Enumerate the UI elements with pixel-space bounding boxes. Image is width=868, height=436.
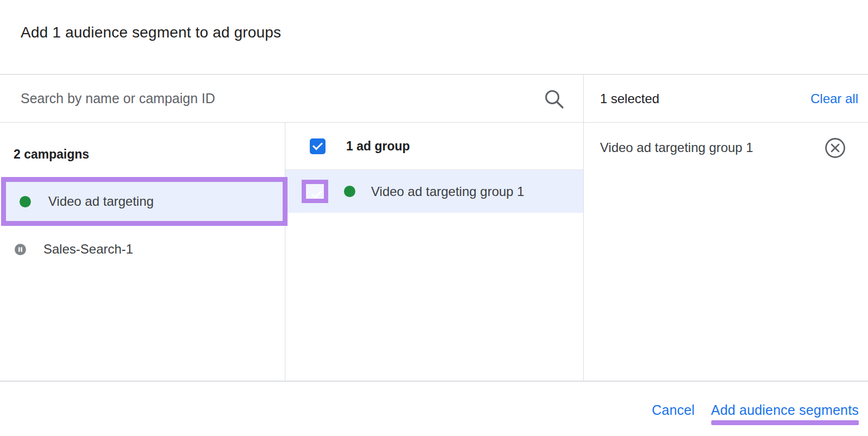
search-icon[interactable]: [543, 88, 565, 110]
ad-groups-count-header: 1 ad group: [346, 139, 410, 154]
ad-group-name: Video ad targeting group 1: [371, 184, 524, 199]
dialog-header: Add 1 audience segment to ad groups: [0, 0, 868, 75]
add-audience-segments-button[interactable]: Add audience segments: [711, 402, 859, 418]
ad-groups-column: 1 ad group Video ad targeting group 1: [285, 123, 583, 381]
search-input[interactable]: [21, 91, 543, 106]
dialog-footer: Cancel Add audience segments: [0, 382, 868, 435]
campaigns-column: 2 campaigns Video ad targeting Sales-Sea…: [0, 123, 285, 381]
selected-item-name: Video ad targeting group 1: [600, 140, 753, 155]
campaigns-count-header: 2 campaigns: [0, 123, 285, 177]
selection-summary-pane: 1 selected Clear all Video ad targeting …: [584, 75, 868, 381]
ad-group-checkbox[interactable]: [309, 191, 321, 196]
campaign-name: Video ad targeting: [48, 194, 154, 209]
ad-groups-header-row: 1 ad group: [285, 123, 583, 170]
cancel-button[interactable]: Cancel: [652, 402, 695, 418]
annotation-underline-purple: [711, 420, 859, 425]
campaign-name: Sales-Search-1: [43, 242, 133, 257]
campaign-row-sales-search-1[interactable]: Sales-Search-1: [0, 226, 285, 273]
selection-summary-header: 1 selected Clear all: [584, 75, 868, 123]
status-paused-icon: [15, 244, 26, 255]
selected-count-label: 1 selected: [600, 91, 659, 106]
search-bar: [0, 75, 583, 123]
annotation-box-purple: [302, 180, 328, 203]
picker-left-pane: 2 campaigns Video ad targeting Sales-Sea…: [0, 75, 584, 381]
submit-wrap: Add audience segments: [711, 402, 859, 418]
remove-selected-icon[interactable]: [824, 137, 846, 159]
ad-group-row-video-ad-targeting-group-1[interactable]: Video ad targeting group 1: [285, 170, 583, 213]
status-enabled-icon: [20, 196, 31, 207]
select-all-ad-groups-checkbox[interactable]: [310, 138, 326, 154]
selected-item-row: Video ad targeting group 1: [584, 123, 868, 173]
clear-all-link[interactable]: Clear all: [810, 91, 858, 106]
campaign-row-video-ad-targeting[interactable]: Video ad targeting: [1, 177, 288, 226]
picker-panel: 2 campaigns Video ad targeting Sales-Sea…: [0, 75, 868, 382]
status-enabled-icon: [344, 186, 355, 197]
dialog-title: Add 1 audience segment to ad groups: [21, 24, 868, 41]
columns-container: 2 campaigns Video ad targeting Sales-Sea…: [0, 123, 583, 381]
